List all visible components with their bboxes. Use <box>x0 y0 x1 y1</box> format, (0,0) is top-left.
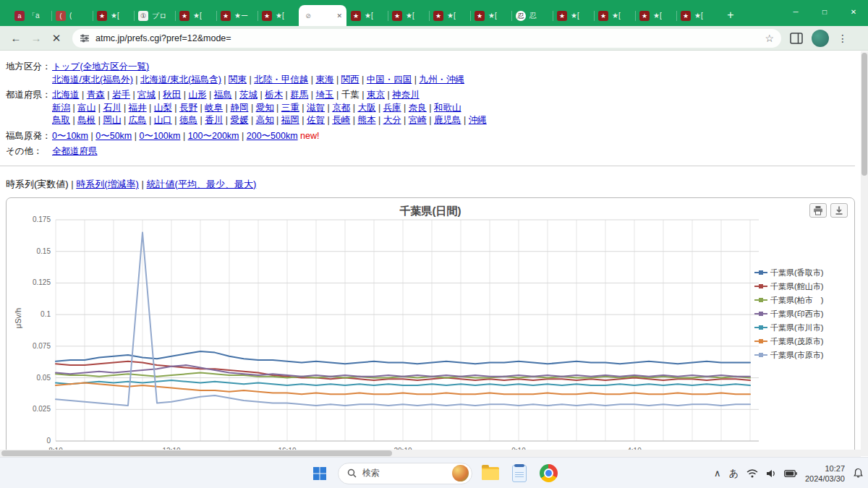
nav-link[interactable]: 北海道/東北(福島外) <box>52 74 133 85</box>
chrome-button[interactable] <box>537 463 559 484</box>
back-button[interactable]: ← <box>6 32 26 44</box>
nav-link[interactable]: 山形 <box>189 90 207 100</box>
nav-link[interactable]: 北陸・甲信越 <box>254 74 308 85</box>
nav-link[interactable]: 愛媛 <box>230 115 248 125</box>
nav-link[interactable]: 大阪 <box>357 103 375 113</box>
wifi-icon[interactable] <box>746 469 758 478</box>
nav-link[interactable]: 兵庫 <box>383 103 401 113</box>
nav-link[interactable]: 0〜100km <box>139 131 180 141</box>
stop-button[interactable]: ✕ <box>46 32 67 45</box>
nav-link[interactable]: 埼玉 <box>316 90 334 100</box>
legend-item[interactable]: 千葉県(香取市) <box>754 267 850 278</box>
nav-link[interactable]: 佐賀 <box>307 115 325 125</box>
close-button[interactable]: ✕ <box>839 0 868 23</box>
nav-link[interactable]: 岩手 <box>112 90 130 100</box>
nav-link[interactable]: 三重 <box>281 103 299 113</box>
file-explorer-button[interactable] <box>480 463 501 484</box>
volume-icon[interactable] <box>766 469 776 478</box>
tray-overflow-chevron-icon[interactable]: ∧ <box>714 468 721 479</box>
nav-link[interactable]: 神奈川 <box>392 90 420 100</box>
maximize-button[interactable]: □ <box>810 0 839 23</box>
site-settings-tune-icon[interactable] <box>80 33 90 43</box>
legend-item[interactable]: 千葉県(印西市) <box>754 309 850 320</box>
nav-link[interactable]: 関東 <box>229 74 247 85</box>
nav-link[interactable]: 福岡 <box>281 115 299 125</box>
nav-link[interactable]: 0〜10km <box>52 131 88 141</box>
nav-link[interactable]: 北海道 <box>52 90 80 100</box>
legend-item[interactable]: 千葉県(市原市) <box>754 350 850 361</box>
nav-link[interactable]: 中国・四国 <box>367 74 412 85</box>
profile-avatar[interactable] <box>812 30 829 47</box>
forward-button[interactable]: → <box>26 32 46 44</box>
nav-link[interactable]: 岡山 <box>103 115 121 125</box>
nav-link[interactable]: 群馬 <box>290 90 308 100</box>
notification-bell-icon[interactable] <box>853 468 864 479</box>
nav-link[interactable]: 徳島 <box>179 115 197 125</box>
browser-tab[interactable]: ★★[ <box>594 5 635 26</box>
nav-link[interactable]: 富山 <box>77 103 95 113</box>
nav-link[interactable]: 山口 <box>154 115 172 125</box>
nav-link[interactable]: トップ(全地方区分一覧) <box>52 61 149 72</box>
nav-link[interactable]: 東京 <box>367 90 385 100</box>
vertical-scrollbar-thumb[interactable] <box>861 53 867 176</box>
browser-tab[interactable]: 忍忍 <box>511 5 553 26</box>
browser-tab[interactable]: ★★ー <box>216 5 258 26</box>
legend-item[interactable]: 千葉県(茂原市) <box>754 336 850 347</box>
legend-item[interactable]: 千葉県(柏市 ) <box>754 295 850 306</box>
nav-link[interactable]: 九州・沖縄 <box>420 74 465 85</box>
nav-link[interactable]: 長崎 <box>332 115 350 125</box>
download-chart-button[interactable] <box>830 203 848 218</box>
nav-link[interactable]: 秋田 <box>163 90 181 100</box>
browser-tab[interactable]: ★★[ <box>553 5 594 26</box>
vertical-scrollbar[interactable] <box>861 51 868 456</box>
taskbar-search-box[interactable]: 検索 <box>338 463 472 484</box>
nav-link[interactable]: 全都道府県 <box>52 146 98 156</box>
nav-link[interactable]: 大分 <box>383 115 401 125</box>
nav-link[interactable]: 熊本 <box>357 115 375 125</box>
minimize-button[interactable]: ─ <box>781 0 810 23</box>
nav-link[interactable]: 京都 <box>332 103 350 113</box>
nav-link[interactable]: 関西 <box>341 74 359 85</box>
nav-link[interactable]: 石川 <box>103 103 121 113</box>
battery-icon[interactable] <box>784 470 797 477</box>
print-chart-button[interactable] <box>809 203 827 218</box>
nav-link[interactable]: 滋賀 <box>307 103 325 113</box>
nav-link[interactable]: 島根 <box>77 115 95 125</box>
nav-link[interactable]: 岐阜 <box>205 103 223 113</box>
nav-link[interactable]: 栃木 <box>265 90 283 100</box>
browser-tab[interactable]: ①プロ <box>134 5 175 26</box>
bookmark-star-icon[interactable]: ☆ <box>765 33 774 44</box>
horizontal-scrollbar[interactable] <box>0 450 861 457</box>
legend-item[interactable]: 千葉県(市川市) <box>754 322 850 333</box>
browser-tab[interactable]: (( <box>51 5 93 26</box>
nav-link[interactable]: 青森 <box>87 90 105 100</box>
nav-link[interactable]: 0〜50km <box>95 131 132 141</box>
taskbar-clock[interactable]: 10:27 2024/03/30 <box>805 463 845 484</box>
search-highlight-image[interactable] <box>452 465 469 481</box>
nav-link[interactable]: 福島 <box>214 90 232 100</box>
nav-link[interactable]: 鳥取 <box>52 115 70 125</box>
nav-link[interactable]: 香川 <box>205 115 223 125</box>
nav-link[interactable]: 広島 <box>129 115 147 125</box>
browser-tab[interactable]: ★★[ <box>635 5 676 26</box>
nav-link[interactable]: 奈良 <box>409 103 427 113</box>
browser-tab[interactable]: ★★[ <box>258 5 299 26</box>
browser-tab[interactable]: ★★[ <box>346 5 388 26</box>
browser-tab[interactable]: ★★[ <box>676 5 718 26</box>
browser-tab[interactable]: ★★[ <box>388 5 429 26</box>
nav-link[interactable]: 茨城 <box>239 90 258 100</box>
nav-link[interactable]: 沖縄 <box>469 115 487 125</box>
legend-item[interactable]: 千葉県(館山市) <box>754 281 850 292</box>
new-tab-button[interactable]: + <box>723 9 738 22</box>
nav-link[interactable]: 高知 <box>256 115 274 125</box>
horizontal-scrollbar-thumb[interactable] <box>1 450 392 456</box>
nav-link[interactable]: 福井 <box>129 103 147 113</box>
ime-indicator[interactable]: あ <box>729 467 739 480</box>
address-bar[interactable]: atmc.jp/prefs.cgi?pref=12&mode= ☆ <box>72 29 781 48</box>
browser-tab[interactable]: ⊘✕ <box>299 5 346 26</box>
browser-tab[interactable]: ★★[ <box>175 5 216 26</box>
view-tab-link[interactable]: 時系列(増減率) <box>76 179 139 189</box>
nav-link[interactable]: 和歌山 <box>434 103 461 113</box>
notepad-button[interactable] <box>509 463 530 484</box>
nav-link[interactable]: 北海道/東北(福島含) <box>140 74 221 85</box>
